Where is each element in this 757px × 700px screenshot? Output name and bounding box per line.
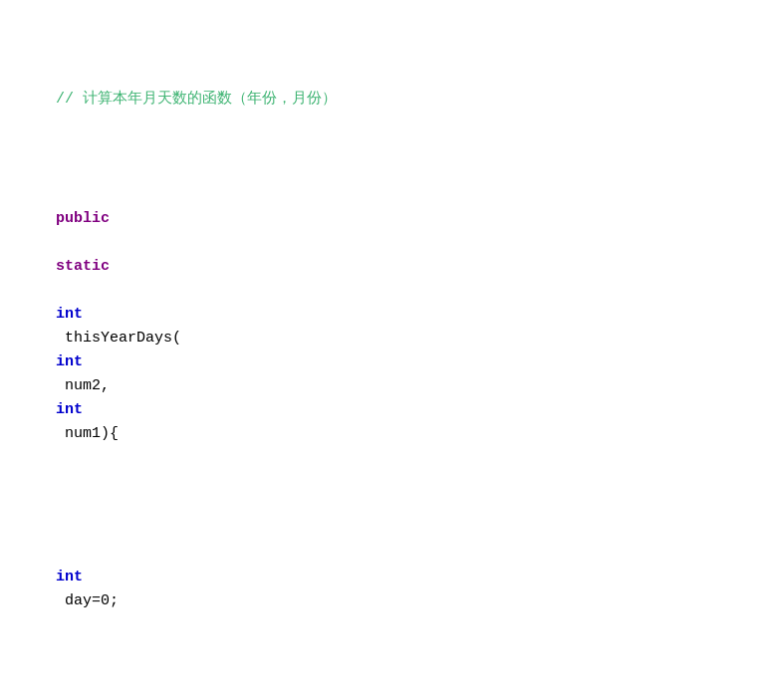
code-line-4: //闰年月天数 [20,685,737,700]
type-int-1: int [56,306,83,323]
code-line-3: int day=0; [20,518,737,637]
code-line-1: // 计算本年月天数的函数（年份，月份） [20,64,737,135]
type-int-3: int [56,401,83,418]
code-block: // 计算本年月天数的函数（年份，月份） public static int t… [20,16,737,700]
method-name: thisYearDays( [56,330,181,347]
type-int-4: int [56,569,83,585]
param2: num1){ [56,425,119,442]
type-int-2: int [56,353,83,370]
day-decl: day=0; [56,592,119,609]
comment-1: // 计算本年月天数的函数（年份，月份） [56,91,337,108]
kw-public: public [56,210,110,227]
space2 [56,282,65,299]
kw-static: static [56,258,110,275]
space [56,234,65,251]
code-line-2: public static int thisYearDays( int num2… [20,183,737,470]
param1: num2, [56,377,110,394]
indent1 [56,545,65,562]
